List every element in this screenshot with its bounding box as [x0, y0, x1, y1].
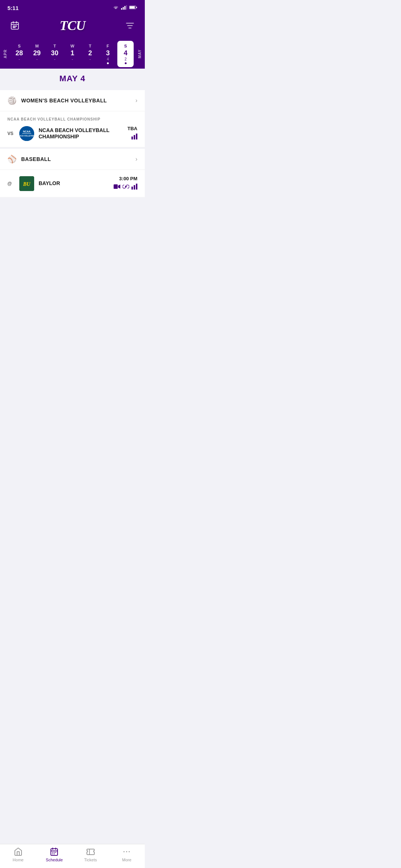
- sport-name-volleyball: WOMEN'S BEACH VOLLEYBALL: [21, 98, 107, 103]
- battery-icon: [129, 4, 137, 11]
- day-number: 1: [71, 50, 74, 56]
- day-name: T: [53, 44, 56, 48]
- status-icons: [113, 4, 137, 11]
- event-section-label: NCAA BEACH VOLLEYBALL CHAMPIONSHIP: [7, 117, 137, 121]
- opponent-logo-baylor: BU: [19, 176, 34, 191]
- day-indicator: -: [89, 57, 91, 61]
- day-number: 3: [106, 50, 110, 56]
- sport-name-baseball: BASEBALL: [21, 156, 51, 162]
- events-content: 🏐WOMEN'S BEACH VOLLEYBALL›NCAA BEACH VOL…: [0, 90, 145, 228]
- event-vs-at-label: VS: [7, 131, 15, 136]
- calendar-button[interactable]: [7, 18, 22, 33]
- svg-text:NCAA: NCAA: [23, 130, 30, 133]
- day-name: S: [18, 44, 20, 48]
- sport-header-volleyball[interactable]: 🏐WOMEN'S BEACH VOLLEYBALL›: [0, 90, 145, 111]
- event-name: NCAA BEACH VOLLEYBALL CHAMPIONSHIP: [39, 127, 111, 140]
- svg-rect-24: [134, 135, 135, 139]
- day-number: 28: [16, 50, 23, 56]
- event-item: @ BU BAYLOR3:00 PM: [0, 170, 145, 197]
- may-label-text: MAY: [138, 49, 142, 58]
- svg-rect-28: [114, 184, 118, 189]
- day-indicator: 4: [107, 57, 109, 61]
- svg-rect-13: [16, 26, 17, 27]
- sport-header-baseball[interactable]: ⚾BASEBALL›: [0, 149, 145, 170]
- apr-label-text: APR: [3, 49, 7, 58]
- tcu-logo: TCU: [22, 18, 123, 33]
- svg-rect-5: [130, 6, 135, 9]
- event-vs-at-label: @: [7, 181, 15, 186]
- svg-rect-30: [131, 187, 133, 190]
- calendar-week: APR S28-M29-T30-W1-T2-F34S42 MAY: [0, 39, 145, 69]
- radio-icon: [123, 184, 129, 191]
- day-col-3[interactable]: F34: [100, 41, 116, 67]
- filter-button[interactable]: [123, 18, 137, 33]
- video-icon: [114, 184, 120, 191]
- stats-icon: [131, 134, 137, 141]
- event-right-info: 3:00 PM: [114, 176, 137, 191]
- svg-rect-15: [14, 27, 15, 28]
- baylor-logo-badge: BU: [19, 176, 34, 191]
- day-name: T: [89, 44, 91, 48]
- day-col-2[interactable]: T2-: [82, 41, 98, 67]
- day-col-4[interactable]: S42: [117, 41, 134, 67]
- status-bar: 5:11: [0, 0, 145, 14]
- svg-rect-3: [126, 5, 127, 10]
- day-indicator: -: [54, 57, 55, 61]
- tcu-logo-text: TCU: [60, 18, 85, 33]
- event-media-icons: [131, 134, 137, 141]
- selected-date-label: MAY 4: [0, 69, 145, 89]
- svg-rect-11: [13, 26, 14, 27]
- svg-rect-31: [134, 185, 135, 190]
- opponent-logo-ncaa: NCAA BEACH VOLLEYBALL: [19, 126, 34, 141]
- signal-icon: [121, 4, 127, 11]
- day-indicator: -: [19, 57, 20, 61]
- day-name: W: [71, 44, 74, 48]
- sport-icon-volleyball: 🏐: [7, 96, 17, 105]
- app-header: TCU: [0, 14, 145, 39]
- svg-text:BU: BU: [23, 181, 30, 187]
- day-dot: [125, 62, 127, 64]
- chevron-right-icon: ›: [136, 97, 137, 104]
- day-number: 4: [124, 50, 127, 56]
- stats-icon: [131, 184, 137, 191]
- event-media-icons: [114, 184, 137, 191]
- svg-point-29: [125, 186, 127, 187]
- day-indicator: -: [72, 57, 73, 61]
- day-name: M: [35, 44, 39, 48]
- event-time: TBA: [127, 126, 137, 131]
- svg-rect-2: [124, 6, 125, 10]
- selected-date-text: MAY 4: [59, 74, 85, 83]
- day-indicator: 2: [124, 57, 127, 61]
- day-number: 2: [88, 50, 92, 56]
- event-right-info: TBA: [115, 126, 137, 141]
- day-indicator: -: [36, 57, 38, 61]
- event-name: BAYLOR: [39, 180, 109, 187]
- svg-rect-14: [13, 27, 14, 28]
- ncaa-logo-badge: NCAA BEACH VOLLEYBALL: [19, 126, 34, 141]
- svg-rect-32: [136, 184, 137, 190]
- day-col-29[interactable]: M29-: [29, 41, 45, 67]
- event-item: NCAA BEACH VOLLEYBALL CHAMPIONSHIPVS NCA…: [0, 111, 145, 147]
- sport-icon-baseball: ⚾: [7, 155, 17, 164]
- svg-rect-23: [131, 137, 133, 139]
- event-time: 3:00 PM: [119, 176, 137, 181]
- wifi-icon: [113, 4, 119, 11]
- apr-month-label: APR: [0, 39, 10, 69]
- day-col-28[interactable]: S28-: [11, 41, 27, 67]
- day-col-30[interactable]: T30-: [46, 41, 63, 67]
- chevron-right-icon: ›: [136, 156, 137, 162]
- svg-rect-6: [136, 7, 137, 8]
- day-col-1[interactable]: W1-: [64, 41, 81, 67]
- svg-rect-25: [136, 134, 137, 139]
- status-time: 5:11: [7, 5, 19, 11]
- day-name: S: [124, 44, 127, 48]
- day-dot: [107, 62, 109, 64]
- svg-rect-1: [123, 7, 124, 10]
- svg-rect-0: [121, 8, 122, 10]
- may-month-label: MAY: [134, 39, 145, 69]
- sport-section-baseball: ⚾BASEBALL›@ BU BAYLOR3:00 PM: [0, 149, 145, 197]
- svg-text:BEACH VOLLEYBALL: BEACH VOLLEYBALL: [19, 135, 34, 137]
- event-row: VS NCAA BEACH VOLLEYBALL NCAA BEACH VOLL…: [7, 126, 137, 141]
- svg-rect-12: [14, 26, 15, 27]
- event-row: @ BU BAYLOR3:00 PM: [7, 176, 137, 191]
